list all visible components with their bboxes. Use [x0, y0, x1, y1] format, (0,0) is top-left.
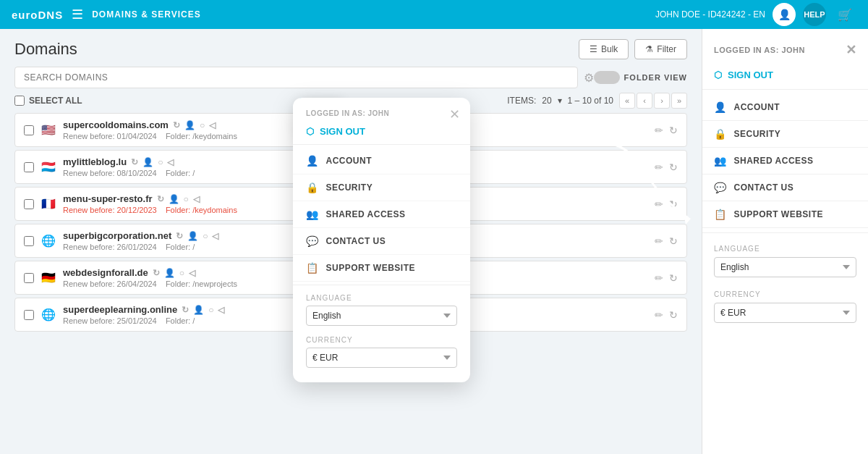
domain-user-icon[interactable]: 👤	[164, 268, 175, 278]
domain-sync-icon[interactable]: ↻	[669, 198, 678, 210]
cart-icon-button[interactable]: 🛒	[833, 3, 856, 26]
domain-edit-icon[interactable]: ✏	[655, 235, 663, 247]
next-page-button[interactable]: ›	[654, 93, 670, 109]
domain-user-icon[interactable]: 👤	[193, 305, 204, 315]
popup-menu-item-contact_us[interactable]: 💬CONTACT US	[293, 228, 470, 255]
domain-lock-icon[interactable]: ○	[203, 231, 208, 241]
nav-right: JOHN DOE - ID424242 - EN 👤 HELP 🛒	[655, 3, 856, 26]
domain-dns-icon[interactable]: ◁	[209, 120, 216, 130]
popup-menu-item-shared_access[interactable]: 👥SHARED ACCESS	[293, 201, 470, 228]
popup-shared_access-label: SHARED ACCESS	[326, 209, 406, 219]
domain-checkbox[interactable]	[24, 125, 34, 135]
domain-renew-icon[interactable]: ↻	[131, 157, 138, 167]
domain-edit-icon[interactable]: ✏	[655, 198, 663, 210]
popup-menu-item-support_website[interactable]: 📋SUPPORT WEBSITE	[293, 255, 470, 282]
support_website-label: SUPPORT WEBSITE	[734, 209, 824, 219]
domain-edit-icon[interactable]: ✏	[655, 309, 663, 321]
domain-lock-icon[interactable]: ○	[179, 268, 184, 278]
domain-renew-date: Renew before: 26/04/2024	[63, 279, 157, 288]
rs-currency-label: CURRENCY	[702, 283, 868, 300]
domain-lock-icon[interactable]: ○	[158, 157, 163, 167]
domain-user-icon[interactable]: 👤	[187, 231, 198, 241]
domain-actions: ✏ ↻	[655, 272, 678, 284]
prev-page-button[interactable]: ‹	[637, 93, 652, 109]
domain-sync-icon[interactable]: ↻	[669, 272, 678, 284]
popup-menu-item-account[interactable]: 👤ACCOUNT	[293, 148, 470, 175]
shared_access-label: SHARED ACCESS	[734, 156, 814, 166]
domain-checkbox[interactable]	[24, 162, 34, 172]
domain-lock-icon[interactable]: ○	[208, 305, 213, 315]
domain-sync-icon[interactable]: ↻	[669, 235, 678, 247]
hamburger-icon[interactable]: ☰	[72, 7, 83, 22]
domain-dns-icon[interactable]: ◁	[167, 157, 174, 167]
search-input[interactable]	[14, 67, 578, 88]
domain-checkbox[interactable]	[24, 236, 34, 246]
domain-lock-icon[interactable]: ○	[184, 194, 189, 204]
domain-dns-icon[interactable]: ◁	[189, 268, 195, 278]
domain-edit-icon[interactable]: ✏	[655, 272, 663, 284]
domain-edit-icon[interactable]: ✏	[655, 161, 663, 173]
domain-folder: Folder: /keydomains	[166, 132, 237, 140]
last-page-button[interactable]: »	[671, 93, 687, 109]
rs-close-icon[interactable]: ✕	[846, 42, 857, 58]
popup-close-icon[interactable]: ✕	[449, 106, 460, 122]
domain-lock-icon[interactable]: ○	[200, 120, 205, 130]
domain-edit-icon[interactable]: ✏	[655, 125, 663, 136]
rs-signout-button[interactable]: ⬡ SIGN OUT	[702, 65, 868, 85]
main-layout: Domains ☰ Bulk ⚗ Filter ⚙ FOLDER VIEW	[0, 29, 868, 454]
nav-section-label: DOMAINS & SERVICES	[92, 9, 200, 20]
domain-user-icon[interactable]: 👤	[142, 157, 153, 167]
domain-checkbox[interactable]	[24, 273, 34, 283]
pagination-range: 1 – 10 of 10	[568, 96, 613, 106]
first-page-button[interactable]: «	[619, 93, 635, 109]
domain-sync-icon[interactable]: ↻	[669, 125, 678, 136]
domain-renew-icon[interactable]: ↻	[182, 305, 189, 315]
domain-user-icon[interactable]: 👤	[169, 194, 179, 204]
user-icon-button[interactable]: 👤	[773, 3, 796, 26]
select-all-label: SELECT ALL	[29, 96, 82, 106]
items-dropdown-icon[interactable]: ▾	[558, 96, 562, 106]
rs-menu-items: 👤ACCOUNT🔒SECURITY👥SHARED ACCESS💬CONTACT …	[702, 94, 868, 228]
popup-signout-button[interactable]: ⬡ SIGN OUT	[293, 122, 470, 141]
popup-language-label: LANGUAGE	[293, 288, 470, 303]
domain-renew-icon[interactable]: ↻	[176, 231, 183, 241]
bulk-button[interactable]: ☰ Bulk	[579, 39, 629, 59]
rs-menu-item-support_website[interactable]: 📋SUPPORT WEBSITE	[702, 201, 868, 228]
domain-sync-icon[interactable]: ↻	[669, 309, 678, 321]
rs-menu-item-contact_us[interactable]: 💬CONTACT US	[702, 175, 868, 201]
domain-renew-icon[interactable]: ↻	[173, 120, 180, 130]
domain-dns-icon[interactable]: ◁	[212, 231, 218, 241]
popup-shared_access-icon: 👥	[306, 209, 319, 220]
rs-signout-label: SIGN OUT	[728, 70, 773, 80]
items-count: 20	[542, 96, 551, 106]
select-all-checkbox[interactable]	[14, 96, 25, 106]
domain-checkbox[interactable]	[24, 199, 34, 209]
domain-renew-icon[interactable]: ↻	[153, 268, 160, 278]
rs-menu-item-shared_access[interactable]: 👥SHARED ACCESS	[702, 148, 868, 175]
domain-dns-icon[interactable]: ◁	[218, 305, 224, 315]
popup-language-select[interactable]: English	[306, 306, 457, 326]
domain-user-icon[interactable]: 👤	[184, 120, 195, 130]
rs-language-select[interactable]: English	[714, 257, 856, 277]
domain-flag: 🇺🇸	[41, 123, 56, 137]
rs-menu-item-security[interactable]: 🔒SECURITY	[702, 121, 868, 148]
domain-folder: Folder: /keydomains	[166, 206, 237, 214]
popup-language-select-wrapper: English	[293, 303, 470, 330]
domain-checkbox[interactable]	[24, 310, 34, 320]
popup-menu-item-security[interactable]: 🔒SECURITY	[293, 175, 470, 201]
domain-renew-icon[interactable]: ↻	[157, 194, 164, 204]
rs-currency-select[interactable]: € EUR	[714, 303, 856, 323]
help-button[interactable]: HELP	[803, 3, 826, 26]
filter-button[interactable]: ⚗ Filter	[634, 39, 687, 59]
folder-view-switch[interactable]	[594, 71, 620, 84]
domain-folder: Folder: /	[166, 316, 195, 325]
popup-currency-select-wrapper: € EUR	[293, 345, 470, 372]
domain-sync-icon[interactable]: ↻	[669, 161, 678, 173]
popup-currency-select[interactable]: € EUR	[306, 348, 457, 368]
settings-icon[interactable]: ⚙	[584, 71, 594, 85]
popup-currency-label: CURRENCY	[293, 330, 470, 345]
domain-dns-icon[interactable]: ◁	[193, 194, 200, 204]
security-label: SECURITY	[734, 129, 781, 139]
rs-menu-item-account[interactable]: 👤ACCOUNT	[702, 94, 868, 121]
domain-renew-date: Renew before: 01/04/2024	[63, 132, 157, 140]
